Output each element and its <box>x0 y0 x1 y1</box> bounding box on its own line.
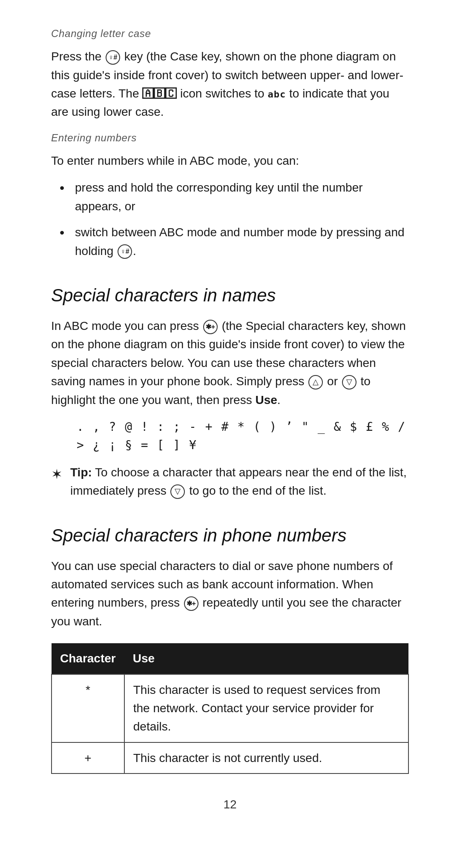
table-row: + This character is not currently used. <box>52 742 408 773</box>
table-header-character: Character <box>52 643 124 674</box>
nav-up-icon: △ <box>308 375 323 390</box>
hash-key-icon-2: ♀# <box>118 244 132 259</box>
entering-numbers-list: press and hold the corresponding key unt… <box>51 178 409 260</box>
special-chars-key-icon: ✱+ <box>203 320 218 334</box>
case-key-icon: ♀# <box>106 50 120 65</box>
entering-numbers-section: Entering numbers To enter numbers while … <box>51 130 409 260</box>
page-number: 12 <box>51 795 409 814</box>
tip-text: Tip: To choose a character that appears … <box>70 463 409 500</box>
special-chars-list: . , ? @ ! : ; - + # * ( ) ’ " _ & $ £ % … <box>77 418 409 455</box>
special-chars-names-body: In ABC mode you can press ✱+ (the Specia… <box>51 317 409 409</box>
entering-numbers-subtitle: Entering numbers <box>51 130 409 146</box>
tip-label: Tip: <box>70 466 92 479</box>
table-cell-use-1: This character is used to request servic… <box>124 674 408 742</box>
table-cell-char-1: * <box>52 674 124 742</box>
tip-box: ✶ Tip: To choose a character that appear… <box>51 463 409 500</box>
tip-lightbulb-icon: ✶ <box>51 464 63 485</box>
abc-lower-icon: abc <box>267 89 286 100</box>
special-key-icon-2: ✱+ <box>184 596 198 611</box>
special-chars-phone-body: You can use special characters to dial o… <box>51 557 409 631</box>
special-chars-phone-heading: Special characters in phone numbers <box>51 521 409 549</box>
entering-numbers-intro: To enter numbers while in ABC mode, you … <box>51 152 409 170</box>
table-header-use: Use <box>124 643 408 674</box>
nav-down-icon: ▽ <box>342 375 356 390</box>
bullet-item-1: press and hold the corresponding key unt… <box>60 178 409 215</box>
table-row: * This character is used to request serv… <box>52 674 408 742</box>
special-chars-names-section: In ABC mode you can press ✱+ (the Specia… <box>51 317 409 500</box>
characters-table: Character Use * This character is used t… <box>51 643 409 774</box>
special-chars-phone-section: You can use special characters to dial o… <box>51 557 409 774</box>
use-label: Use <box>255 393 277 407</box>
changing-letter-case-body: Press the ♀# key (the Case key, shown on… <box>51 47 409 121</box>
bullet-item-2: switch between ABC mode and number mode … <box>60 223 409 260</box>
special-chars-names-heading: Special characters in names <box>51 281 409 309</box>
table-cell-char-2: + <box>52 742 124 773</box>
table-cell-use-2: This character is not currently used. <box>124 742 408 773</box>
abc-upper-icon: 🄰🄱🄲 <box>142 87 177 100</box>
changing-letter-case-section: Changing letter case Press the ♀# key (t… <box>51 26 409 121</box>
nav-down-icon-2: ▽ <box>170 484 185 499</box>
changing-letter-case-subtitle: Changing letter case <box>51 26 409 41</box>
